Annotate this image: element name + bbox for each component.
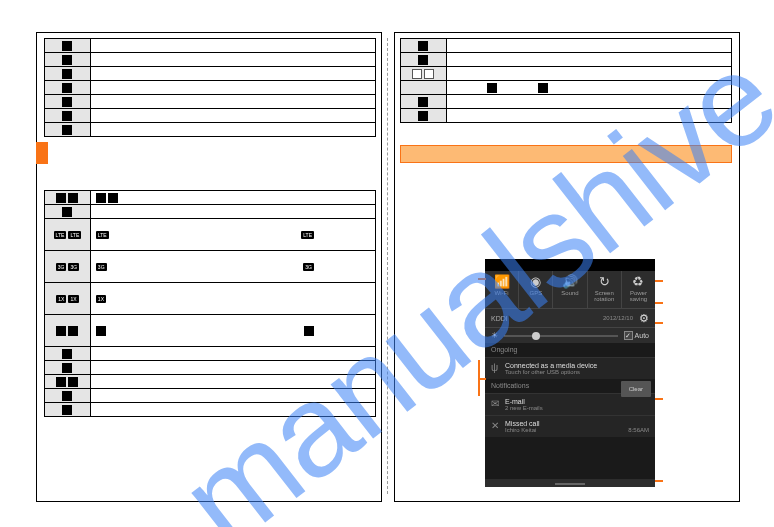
phone-screenshot: 📶Wi-Fi◉GPS🔊Sound↻Screen rotation♻Power s… [485,259,655,487]
brightness-slider[interactable] [504,335,618,337]
notification-item[interactable]: ✕Missed callIchiro Keitai8:56AM [485,415,655,437]
toggle-icon: 📶 [485,274,518,289]
net-tag: 1X [96,295,106,303]
toggle-power-saving[interactable]: ♻Power saving [622,271,655,308]
toggle-icon: ♻ [622,274,655,289]
toggle-sound[interactable]: 🔊Sound [553,271,587,308]
icon-table-2: LTELTELTELTE3G3G3G3G1X1X1X [44,190,376,417]
auto-checkbox[interactable]: ✓ [624,331,633,340]
bt-icon [62,349,72,359]
net-tag: 3G [68,263,79,271]
notif-time: 8:56AM [628,427,649,433]
note-highlight-box [400,145,732,163]
callout-line [478,360,480,396]
msg-icon [418,97,428,107]
net-tag: LTE [54,231,67,239]
callout-line [655,302,663,304]
usb-icon: ψ [491,362,505,375]
toggle-icon: ◉ [519,274,552,289]
auto-label: Auto [635,332,649,339]
mute-icon [62,363,72,373]
phone-info-row: KDDI 2012/12/10 ⚙ [485,309,655,327]
callout-line [655,398,663,400]
callout-line [655,280,663,282]
net-tag: 3G [56,263,67,271]
toggle-screen-rotation[interactable]: ↻Screen rotation [588,271,622,308]
toggle-icon: 🔊 [553,274,586,289]
toggle-label: Power saving [630,290,647,302]
ongoing-title: Connected as a media device [505,362,649,369]
sig-small-icon [62,207,72,217]
section-tab [36,142,48,164]
ongoing-item[interactable]: ψ Connected as a media device Touch for … [485,357,655,379]
settings-gear-icon[interactable]: ⚙ [639,312,649,325]
box1-icon [412,69,422,79]
phone-status-bar [485,259,655,271]
sync-icon [62,111,72,121]
brightness-row: ☀ ✓ Auto [485,327,655,343]
toggle-label: GPS [529,290,542,296]
toggle-icon: ↻ [588,274,621,289]
wifi-icon [56,326,66,336]
carrier-label: KDDI [491,315,603,322]
toggle-wi-fi[interactable]: 📶Wi-Fi [485,271,519,308]
wifi-small-icon [96,326,106,336]
net-tag: 3G [96,263,107,271]
icon-table-3 [400,38,732,123]
circle-icon [108,193,118,203]
ongoing-header: Ongoing [485,343,655,357]
call-icon [418,41,428,51]
clear-button[interactable]: Clear [621,381,651,397]
notif-sub: Ichiro Keitai [505,427,628,433]
notif-icon: ✕ [491,420,505,433]
wifi-qs-icon [68,326,78,336]
headphone-icon [62,69,72,79]
call-fwd-icon [418,55,428,65]
camera-roll-icon [62,83,72,93]
notif-sub: 2 new E-mails [505,405,649,411]
net-tag: 1X [56,295,66,303]
box-b-icon [538,83,548,93]
quick-toggles: 📶Wi-Fi◉GPS🔊Sound↻Screen rotation♻Power s… [485,271,655,309]
airplane-icon [62,391,72,401]
battery-bars-icon [62,41,72,51]
net-tag: 1X [68,295,78,303]
no-signal-icon [68,193,78,203]
icon-table-1 [44,38,376,137]
ongoing-sub: Touch for other USB options [505,369,649,375]
signal-mid-icon [96,193,106,203]
signal-icon [56,193,66,203]
phone-bottom-bar [485,479,655,487]
callout-line [655,322,663,324]
box-a-icon [487,83,497,93]
globe2-icon [68,377,78,387]
wifi-box-icon [304,326,314,336]
date-label: 2012/12/10 [603,315,633,321]
net-tag: 3G [303,263,314,271]
net-tag: LTE [68,231,81,239]
box2-icon [424,69,434,79]
callout-line [655,480,663,482]
toggle-label: Sound [561,290,578,296]
share-icon [418,111,428,121]
location-icon [62,405,72,415]
toggle-label: Screen rotation [594,290,614,302]
globe-icon [56,377,66,387]
notif-title: E-mail [505,398,649,405]
page-divider [387,38,388,494]
sdcard-icon [62,97,72,107]
net-tag: LTE [301,231,314,239]
notif-icon: ✉ [491,398,505,411]
toggle-gps[interactable]: ◉GPS [519,271,553,308]
document-icon [62,125,72,135]
notif-header-text: Notifications [491,382,529,389]
notif-title: Missed call [505,420,628,427]
toggle-label: Wi-Fi [495,290,509,296]
brightness-icon: ☀ [491,331,498,340]
drag-handle[interactable] [555,483,585,485]
alarm-icon [62,55,72,65]
net-tag: LTE [96,231,109,239]
notifications-header: Notifications Clear [485,379,655,393]
callout-line [478,278,486,280]
